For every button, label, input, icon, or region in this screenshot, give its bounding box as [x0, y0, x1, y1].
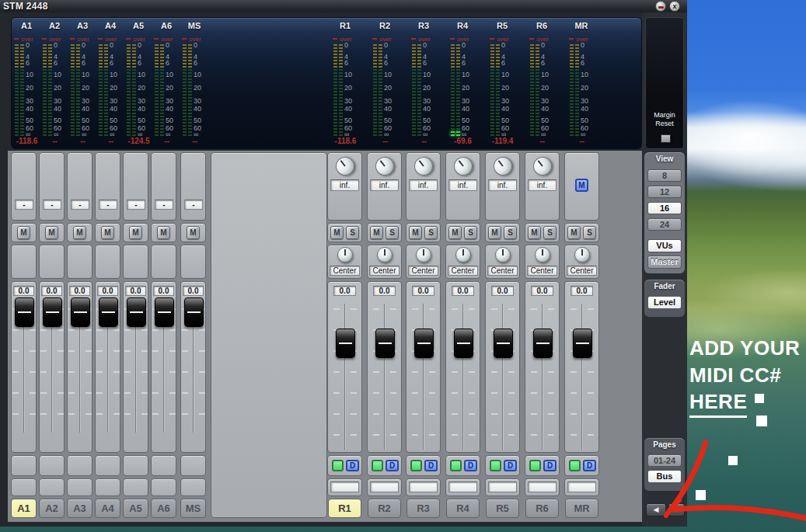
input-gain-knob[interactable]: [410, 153, 437, 179]
level-display[interactable]: 0.0: [13, 286, 34, 296]
channel-select-display[interactable]: -: [71, 200, 89, 210]
direct-out-button[interactable]: D: [504, 460, 517, 471]
vus-button[interactable]: VUs: [647, 239, 682, 252]
level-display[interactable]: 0.0: [452, 286, 474, 296]
channel-select-display[interactable]: -: [15, 200, 33, 210]
input-gain-display[interactable]: inf.: [448, 179, 477, 191]
channel-select-R3[interactable]: R3: [406, 499, 440, 518]
mute-button[interactable]: M: [45, 226, 58, 239]
level-display[interactable]: 0.0: [333, 286, 356, 296]
pan-knob[interactable]: [377, 247, 393, 263]
level-display[interactable]: 0.0: [412, 286, 434, 296]
level-display[interactable]: 0.0: [125, 286, 146, 296]
mute-button[interactable]: M: [129, 226, 142, 239]
mute-button[interactable]: M: [157, 226, 170, 239]
fader-handle[interactable]: [99, 297, 118, 327]
page-prev-button[interactable]: ◀: [646, 503, 666, 516]
channel-select-MR[interactable]: MR: [565, 499, 598, 518]
master-button[interactable]: Master: [647, 256, 682, 269]
pan-knob[interactable]: [416, 247, 431, 263]
direct-out-button[interactable]: D: [386, 460, 399, 471]
pan-knob[interactable]: [574, 247, 590, 263]
pan-display[interactable]: Center: [567, 266, 597, 276]
mute-button[interactable]: M: [101, 226, 114, 239]
pan-knob[interactable]: [455, 247, 471, 263]
input-gain-knob[interactable]: [332, 153, 358, 179]
solo-button[interactable]: S: [424, 226, 438, 239]
page-range-button[interactable]: 01-24: [647, 454, 682, 467]
input-gain-knob[interactable]: [529, 153, 556, 179]
channel-select-display[interactable]: -: [99, 200, 117, 210]
fader-handle[interactable]: [494, 329, 513, 358]
pan-knob[interactable]: [535, 247, 550, 263]
view-option-12[interactable]: 12: [647, 186, 682, 198]
input-gain-knob[interactable]: [490, 153, 516, 179]
channel-select-display[interactable]: -: [127, 200, 145, 210]
fader-handle[interactable]: [533, 329, 553, 358]
view-option-16[interactable]: 16: [647, 202, 682, 214]
mute-button[interactable]: M: [448, 226, 462, 239]
pan-display[interactable]: Center: [330, 266, 360, 276]
solo-button[interactable]: S: [386, 226, 399, 239]
channel-select-display[interactable]: -: [155, 200, 173, 210]
level-display[interactable]: 0.0: [373, 286, 396, 296]
scribble-strip[interactable]: [330, 482, 359, 492]
mute-button[interactable]: M: [567, 226, 581, 239]
channel-on-button[interactable]: [332, 460, 344, 471]
pan-display[interactable]: Center: [527, 266, 557, 276]
input-gain-display[interactable]: inf.: [330, 179, 359, 191]
channel-select-R6[interactable]: R6: [525, 499, 559, 518]
mute-button[interactable]: M: [528, 226, 541, 239]
channel-on-button[interactable]: [410, 460, 422, 471]
channel-select-display[interactable]: -: [43, 200, 61, 210]
channel-select-A1[interactable]: A1: [11, 499, 37, 518]
channel-select-A3[interactable]: A3: [67, 499, 92, 518]
scribble-strip[interactable]: [409, 482, 438, 492]
level-display[interactable]: 0.0: [153, 286, 174, 296]
mute-button[interactable]: M: [409, 226, 422, 239]
pan-display[interactable]: Center: [487, 266, 518, 276]
title-bar[interactable]: STM 2448 x: [0, 0, 687, 12]
fader-handle[interactable]: [127, 297, 146, 327]
pan-display[interactable]: Center: [408, 266, 438, 276]
input-gain-display[interactable]: inf.: [409, 179, 438, 191]
minimize-button[interactable]: [655, 1, 666, 12]
channel-select-A2[interactable]: A2: [39, 499, 65, 518]
mute-button[interactable]: M: [488, 226, 501, 239]
pan-knob[interactable]: [337, 247, 353, 263]
direct-out-button[interactable]: D: [464, 460, 477, 471]
channel-select-R4[interactable]: R4: [446, 499, 480, 518]
channel-select-R1[interactable]: R1: [328, 499, 361, 518]
mute-button[interactable]: M: [17, 226, 30, 239]
scribble-strip[interactable]: [567, 482, 596, 492]
level-display[interactable]: 0.0: [41, 286, 62, 296]
channel-on-button[interactable]: [490, 460, 501, 471]
scribble-strip[interactable]: [528, 482, 557, 492]
solo-button[interactable]: S: [346, 226, 359, 239]
channel-on-button[interactable]: [450, 460, 462, 471]
solo-button[interactable]: S: [464, 226, 477, 239]
channel-select-R2[interactable]: R2: [368, 499, 401, 518]
input-gain-display[interactable]: inf.: [370, 179, 399, 191]
pan-display[interactable]: Center: [448, 266, 478, 276]
level-display[interactable]: 0.0: [183, 286, 204, 296]
fader-handle[interactable]: [155, 297, 174, 327]
direct-out-button[interactable]: D: [543, 460, 557, 471]
mute-button[interactable]: M: [73, 226, 86, 239]
direct-out-button[interactable]: D: [424, 460, 438, 471]
mute-button[interactable]: M: [370, 226, 383, 239]
fader-handle[interactable]: [336, 329, 355, 358]
channel-on-button[interactable]: [372, 460, 383, 471]
fader-handle[interactable]: [375, 329, 395, 358]
fader-handle[interactable]: [414, 329, 434, 358]
input-gain-knob[interactable]: [450, 153, 476, 179]
channel-select-A4[interactable]: A4: [95, 499, 120, 518]
input-gain-display[interactable]: inf.: [488, 179, 517, 191]
direct-out-button[interactable]: D: [583, 460, 596, 471]
fader-handle[interactable]: [15, 297, 34, 327]
level-display[interactable]: 0.0: [491, 286, 514, 296]
solo-button[interactable]: S: [504, 226, 517, 239]
channel-on-button[interactable]: [569, 460, 581, 471]
fader-handle[interactable]: [43, 297, 62, 327]
pan-display[interactable]: Center: [369, 266, 400, 276]
